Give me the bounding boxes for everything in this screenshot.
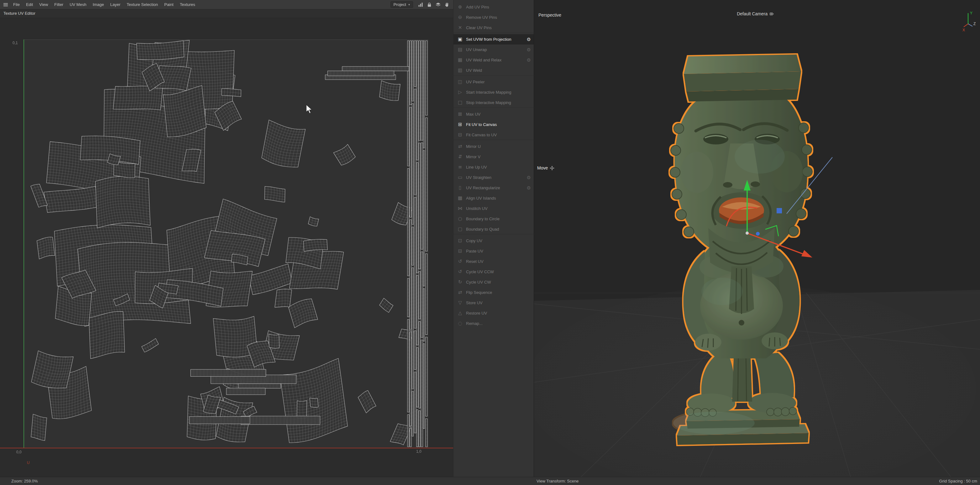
command-boundary-to-circle[interactable]: ○Boundary to Circle xyxy=(453,214,534,224)
gear-icon[interactable]: ⚙ xyxy=(527,185,531,191)
command-unstitch-uv[interactable]: ⋈Unstitch UV xyxy=(453,204,534,214)
mouse-cursor xyxy=(305,105,313,114)
command-mirror-v[interactable]: ⇵Mirror V xyxy=(453,152,534,162)
fit-canvas-icon: ⊟ xyxy=(456,132,464,137)
command-label: UV Rectangularize xyxy=(466,186,500,190)
cycle-cw-icon: ↻ xyxy=(456,280,464,285)
flip-icon: ⇄ xyxy=(456,290,464,295)
menu-item-edit[interactable]: Edit xyxy=(23,0,36,10)
command-label: Unstitch UV xyxy=(466,206,488,211)
command-mirror-u[interactable]: ⇄Mirror U xyxy=(453,141,534,152)
command-uv-peeler[interactable]: ◫UV Peeler xyxy=(453,77,534,87)
command-label: UV Weld xyxy=(466,68,482,73)
gear-icon[interactable]: ⚙ xyxy=(527,37,531,42)
hand-icon[interactable] xyxy=(443,1,451,8)
move-icon xyxy=(550,166,554,170)
command-fit-canvas-to-uv[interactable]: ⊟Fit Canvas to UV xyxy=(453,130,534,140)
paste-icon: ⊟ xyxy=(456,249,464,253)
menu-item-filter[interactable]: Filter xyxy=(51,0,67,10)
store-icon: ▽ xyxy=(456,301,464,305)
command-label: Paste UV xyxy=(466,249,483,253)
uv-wireframe-canvas[interactable] xyxy=(0,18,453,477)
projection-icon: ▣ xyxy=(456,37,464,42)
command-label: Boundary to Quad xyxy=(466,227,499,232)
gear-icon[interactable]: ⚙ xyxy=(527,57,531,63)
menu-item-textures[interactable]: Textures xyxy=(177,0,198,10)
command-set-uvw-from-projection[interactable]: ▣Set UVW from Projection⚙ xyxy=(453,34,534,45)
command-max-uv[interactable]: ⊠Max UV xyxy=(453,109,534,119)
command-fit-uv-to-canvas[interactable]: ⊞Fit UV to Canvas xyxy=(453,119,534,130)
move-tool-label: Move xyxy=(537,165,548,170)
menu-item-paint[interactable]: Paint xyxy=(161,0,177,10)
project-dropdown-label: Project xyxy=(394,2,406,7)
command-label: Flip Sequence xyxy=(466,290,492,295)
uv-editor-menubar-right: Project ▾ xyxy=(390,1,453,8)
weld-icon: ▥ xyxy=(456,68,464,73)
command-label: Cycle UV CW xyxy=(466,280,491,285)
layers-icon[interactable] xyxy=(434,1,442,8)
menu-item-image[interactable]: Image xyxy=(90,0,107,10)
gear-icon[interactable]: ⚙ xyxy=(527,175,531,180)
project-dropdown[interactable]: Project ▾ xyxy=(390,1,414,8)
command-label: UV Peeler xyxy=(466,80,485,84)
boundary-circle-icon: ○ xyxy=(456,216,464,221)
command-boundary-to-quad[interactable]: ▢Boundary to Quad xyxy=(453,224,534,234)
menu-item-texture-selection[interactable]: Texture Selection xyxy=(124,0,161,10)
viewport-canvas[interactable]: Perspective Default Camera Move xyxy=(534,10,980,477)
command-uv-unwrap[interactable]: ▤UV Unwrap⚙ xyxy=(453,45,534,55)
command-uv-weld[interactable]: ▥UV Weld xyxy=(453,65,534,75)
command-add-uv-pins[interactable]: ⊕Add UV Pins xyxy=(453,2,534,12)
command-uv-rectangularize[interactable]: ▯UV Rectangularize⚙ xyxy=(453,183,534,193)
command-copy-uv[interactable]: ⊡Copy UV xyxy=(453,235,534,246)
command-line-up-uv[interactable]: ≡Line Up UV xyxy=(453,162,534,172)
command-cycle-uv-cw[interactable]: ↻Cycle UV CW xyxy=(453,277,534,287)
command-uv-weld-and-relax[interactable]: ▦UV Weld and Relax⚙ xyxy=(453,55,534,65)
command-stop-interactive-mapping[interactable]: □Stop Interactive Mapping xyxy=(453,97,534,108)
lock-icon[interactable] xyxy=(426,1,433,8)
command-label: Line Up UV xyxy=(466,165,487,170)
command-label: UV Straighten xyxy=(466,175,492,180)
menu-item-layer[interactable]: Layer xyxy=(107,0,124,10)
viewport-3d-scene[interactable] xyxy=(534,10,980,477)
command-store-uv[interactable]: ▽Store UV xyxy=(453,297,534,308)
gizmo-center-handle[interactable] xyxy=(756,232,760,235)
command-align-uv-islands[interactable]: ▩Align UV Islands xyxy=(453,193,534,204)
tab-texture-uv-editor[interactable]: Texture UV Editor xyxy=(0,10,39,17)
unwrap-icon: ▤ xyxy=(456,47,464,52)
command-restore-uv[interactable]: △Restore UV xyxy=(453,308,534,318)
command-start-interactive-mapping[interactable]: ▷Start Interactive Mapping xyxy=(453,87,534,97)
command-paste-uv[interactable]: ⊟Paste UV xyxy=(453,246,534,256)
command-remove-uv-pins[interactable]: ⊖Remove UV Pins xyxy=(453,12,534,22)
command-label: UV Unwrap xyxy=(466,47,487,52)
unstitch-icon: ⋈ xyxy=(456,206,464,211)
hamburger-menu-icon[interactable] xyxy=(2,1,10,8)
camera-label[interactable]: Default Camera xyxy=(737,11,774,16)
command-cycle-uv-ccw[interactable]: ↺Cycle UV CCW xyxy=(453,267,534,277)
uv-coord-top-left: 0,1 xyxy=(13,41,18,45)
command-flip-sequence[interactable]: ⇄Flip Sequence xyxy=(453,287,534,297)
menu-item-view[interactable]: View xyxy=(36,0,51,10)
command-label: UV Weld and Relax xyxy=(466,58,501,62)
command-remap[interactable]: ◌Remap... xyxy=(453,318,534,329)
clear-pins-icon: ✕ xyxy=(456,25,464,30)
menu-item-uv-mesh[interactable]: UV Mesh xyxy=(67,0,89,10)
copy-icon: ⊡ xyxy=(456,239,464,243)
command-label: Remove UV Pins xyxy=(466,15,497,20)
u-axis-label: U xyxy=(27,461,30,465)
weld-relax-icon: ▦ xyxy=(456,58,464,62)
bar-chart-icon[interactable] xyxy=(417,1,424,8)
command-label: Fit Canvas to UV xyxy=(466,132,497,137)
uv-editor-tabstrip: Texture UV Editor xyxy=(0,10,453,18)
gizmo-z-handle[interactable] xyxy=(776,208,782,213)
boundary-quad-icon: ▢ xyxy=(456,227,464,232)
gear-icon[interactable]: ⚙ xyxy=(527,47,531,52)
command-clear-uv-pins[interactable]: ✕Clear UV Pins xyxy=(453,22,534,33)
uv-canvas-area[interactable]: 0,1 0,0 1,0 U xyxy=(0,18,453,477)
mirror-v-icon: ⇵ xyxy=(456,154,464,159)
uv-editor-menus: FileEditViewFilterUV MeshImageLayerTextu… xyxy=(10,0,198,10)
command-uv-straighten[interactable]: ▭UV Straighten⚙ xyxy=(453,172,534,183)
menu-item-file[interactable]: File xyxy=(10,0,23,10)
gizmo-origin[interactable] xyxy=(746,232,749,235)
command-reset-uv[interactable]: ↺Reset UV xyxy=(453,256,534,267)
view-transform-status: View Transform: Scene xyxy=(536,479,579,483)
